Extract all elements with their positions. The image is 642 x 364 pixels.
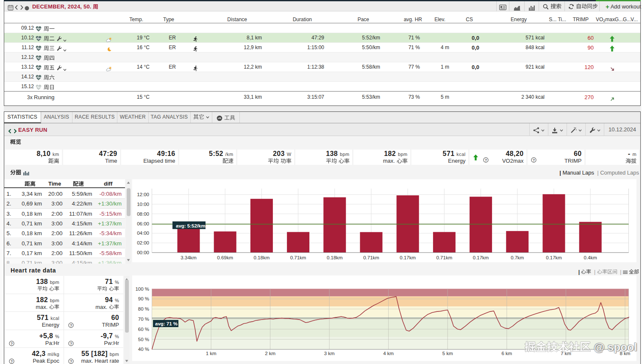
svg-text:2 km: 2 km (265, 351, 275, 356)
svg-text:6 km: 6 km (501, 351, 512, 356)
svg-text:0.18km: 0.18km (254, 255, 270, 260)
svg-text:100 %: 100 % (135, 286, 149, 292)
svg-text:3.34km: 3.34km (181, 255, 197, 260)
svg-text:?: ? (485, 158, 487, 162)
svg-text:?: ? (11, 341, 13, 345)
svg-text:06:00: 06:00 (137, 221, 149, 226)
svg-text:0.17km: 0.17km (400, 255, 416, 260)
svg-text:60 %: 60 % (138, 327, 149, 332)
svg-text:5 km: 5 km (442, 351, 453, 356)
svg-text:0.4km: 0.4km (584, 255, 597, 260)
svg-text:?: ? (70, 323, 72, 328)
svg-text:02:00: 02:00 (137, 240, 149, 245)
svg-text:0.69km: 0.69km (217, 255, 233, 260)
svg-text:90 %: 90 % (138, 296, 149, 301)
svg-text:0.71km: 0.71km (290, 255, 306, 260)
svg-text:?: ? (533, 158, 535, 162)
svg-text:70 %: 70 % (138, 317, 149, 322)
svg-text:0.71km: 0.71km (436, 255, 453, 260)
svg-text:avg: 71 %: avg: 71 % (155, 321, 178, 326)
svg-text:00:00: 00:00 (137, 250, 149, 255)
svg-text:0.17km: 0.17km (546, 255, 562, 260)
svg-text:80 %: 80 % (138, 306, 149, 311)
svg-text:50 %: 50 % (138, 337, 149, 342)
svg-text:3 km: 3 km (324, 351, 335, 356)
svg-text:1 km: 1 km (206, 351, 217, 356)
svg-text:40 %: 40 % (138, 347, 149, 352)
svg-text:0.18km: 0.18km (327, 255, 343, 260)
svg-text:12:00: 12:00 (137, 192, 149, 197)
svg-text:04:00: 04:00 (137, 231, 149, 236)
svg-text:avg: 5:52/km: avg: 5:52/km (176, 223, 206, 228)
svg-text:?: ? (70, 341, 72, 345)
svg-text:4 km: 4 km (383, 351, 394, 356)
svg-text:0.7km: 0.7km (511, 255, 524, 260)
svg-text:?: ? (11, 359, 13, 364)
svg-text:08:00: 08:00 (137, 211, 149, 217)
svg-text:0.71km: 0.71km (363, 255, 379, 260)
svg-text:0.17km: 0.17km (473, 255, 489, 260)
svg-text:?: ? (70, 359, 72, 364)
svg-text:10:00: 10:00 (137, 202, 149, 207)
